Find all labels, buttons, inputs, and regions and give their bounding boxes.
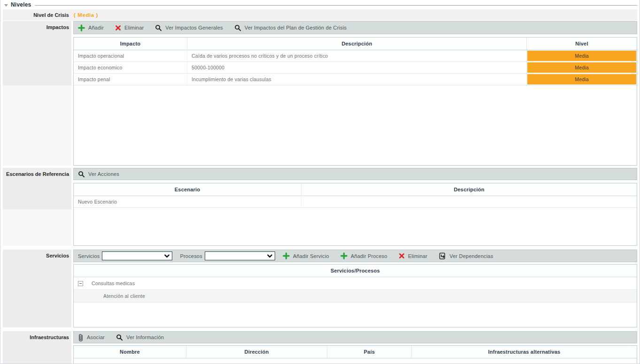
column-header-servicios-procesos: Servicios/Procesos: [74, 265, 637, 277]
ver-impactos-plan-button[interactable]: Ver Impactos del Plan de Gestión de Cris…: [234, 24, 347, 31]
anadir-proceso-button[interactable]: Añadir Proceso: [340, 252, 387, 259]
doc-arrow-icon: [439, 252, 446, 260]
infraestructuras-table-header: Nombre Dirección País Infraestructuras a…: [74, 346, 637, 358]
servicios-select[interactable]: [102, 251, 172, 260]
x-icon: [399, 253, 405, 259]
escenarios-table: Escenario Descripción Nuevo Escenario: [73, 183, 637, 246]
asociar-button[interactable]: Asociar: [78, 334, 105, 341]
impactos-table: Impacto Descripción Nivel Impacto operac…: [73, 37, 637, 166]
plus-icon: [283, 252, 290, 259]
eliminar-servicio-button[interactable]: Eliminar: [399, 253, 427, 259]
search-icon: [234, 24, 241, 31]
minus-box-icon[interactable]: [78, 281, 83, 286]
panel-title: Niveles: [11, 1, 31, 8]
servicios-select-label: Servicios: [78, 253, 100, 259]
servicios-section: Servicios Servicios Procesos Añadir Serv…: [3, 250, 637, 327]
escenarios-label: Escenarios de Referencia: [3, 168, 71, 209]
legend-rule: [35, 5, 637, 6]
procesos-select-label: Procesos: [180, 253, 202, 259]
infraestructuras-table: Nombre Dirección País Infraestructuras a…: [73, 345, 637, 364]
ver-impactos-generales-button[interactable]: Ver Impactos Generales: [155, 24, 223, 31]
table-row[interactable]: Impacto penal Incumplimiento de varias c…: [74, 74, 637, 85]
servicios-table: Servicios/Procesos Consultas medicas Ate…: [73, 264, 637, 327]
x-icon: [115, 25, 121, 31]
column-header-infra-alternativas: Infraestructuras alternativas: [412, 346, 637, 358]
crisis-level-value: ( Media ): [74, 12, 98, 18]
table-row[interactable]: Impacto economico 50000-100000 Media: [74, 62, 637, 74]
impactos-label: Impactos: [3, 21, 71, 85]
crisis-level-label: Nivel de Crisis: [3, 12, 69, 18]
plus-icon: [78, 24, 85, 31]
column-header-escenario: Escenario: [74, 183, 301, 196]
nivel-badge: Media: [527, 51, 636, 61]
column-header-nivel: Nivel: [527, 38, 637, 50]
column-header-impacto: Impacto: [74, 38, 187, 50]
column-header-nombre: Nombre: [74, 346, 186, 358]
impactos-section: Impactos Añadir Eliminar Ver Impactos Ge…: [3, 21, 637, 166]
triangle-down-icon[interactable]: [4, 4, 8, 7]
column-header-descripcion: Descripción: [187, 38, 527, 50]
search-icon: [78, 171, 85, 178]
tree-row-proceso[interactable]: Atención al cliente: [74, 290, 637, 303]
panel-header: Niveles: [3, 0, 637, 9]
search-icon: [116, 334, 123, 341]
ver-informacion-button[interactable]: Ver Información: [116, 334, 164, 341]
eliminar-impacto-button[interactable]: Eliminar: [115, 25, 144, 31]
infraestructuras-label: Infraestructuras: [3, 331, 71, 364]
escenarios-toolbar: Ver Acciones: [73, 168, 637, 180]
paperclip-icon: [78, 334, 84, 341]
anadir-impacto-button[interactable]: Añadir: [78, 24, 104, 31]
impactos-toolbar: Añadir Eliminar Ver Impactos Generales V…: [73, 21, 637, 34]
niveles-panel: Niveles Nivel de Crisis ( Media ) Impact…: [0, 0, 640, 364]
plus-icon: [340, 252, 347, 259]
anadir-servicio-button[interactable]: Añadir Servicio: [283, 252, 329, 259]
tree-row-servicio[interactable]: Consultas medicas: [74, 277, 637, 290]
column-header-direccion: Dirección: [186, 346, 327, 358]
servicios-label: Servicios: [3, 250, 71, 327]
infraestructuras-section: Infraestructuras Asociar Ver Información…: [3, 331, 637, 364]
column-header-pais: País: [327, 346, 412, 358]
column-header-descripcion: Descripción: [301, 183, 637, 196]
crisis-level-row: Nivel de Crisis ( Media ): [3, 9, 637, 21]
impactos-table-header: Impacto Descripción Nivel: [74, 38, 637, 50]
chevron-down-icon: [267, 254, 272, 258]
infraestructuras-toolbar: Asociar Ver Información: [73, 331, 637, 343]
servicios-toolbar: Servicios Procesos Añadir Servicio Añadi…: [73, 250, 637, 262]
table-row[interactable]: Impacto operacional Caída de varios proc…: [74, 50, 637, 62]
procesos-select[interactable]: [205, 251, 275, 260]
ver-acciones-button[interactable]: Ver Acciones: [78, 171, 119, 178]
escenarios-section: Escenarios de Referencia Ver Acciones Es…: [3, 168, 637, 246]
servicios-table-header: Servicios/Procesos: [74, 265, 637, 277]
nivel-badge: Media: [527, 62, 636, 73]
table-row[interactable]: Nuevo Escenario: [74, 196, 637, 208]
nivel-badge: Media: [527, 74, 636, 84]
search-icon: [155, 24, 162, 31]
ver-dependencias-button[interactable]: Ver Dependencias: [439, 252, 493, 260]
chevron-down-icon: [164, 254, 170, 258]
escenarios-table-header: Escenario Descripción: [74, 183, 637, 196]
